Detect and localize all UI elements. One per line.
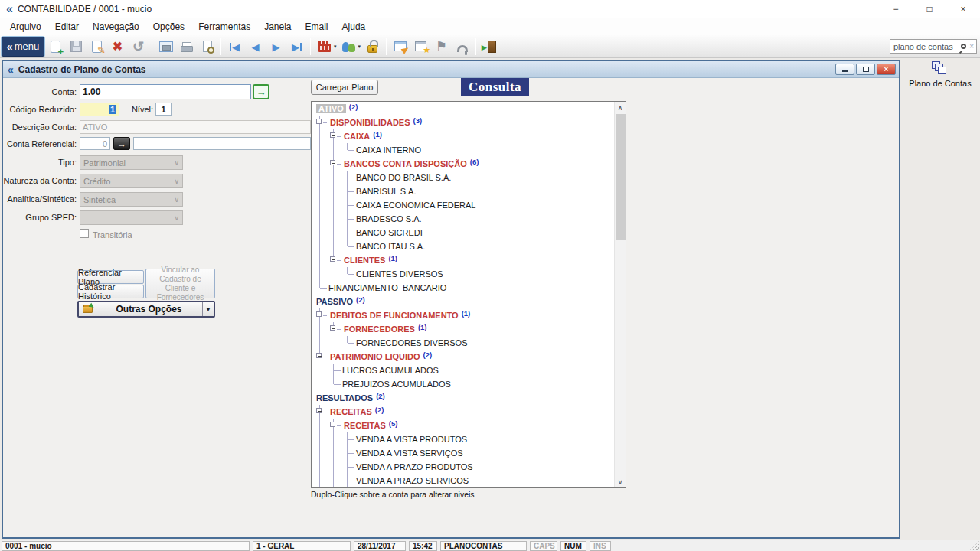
menu-arquivo[interactable]: Arquivo <box>3 20 48 34</box>
tree-node[interactable]: FORNECEDORES(1) <box>312 322 613 336</box>
tree-node[interactable]: PREJUIZOS ACUMULADOS <box>312 377 613 391</box>
conta-go-button[interactable]: → <box>253 84 270 99</box>
users-dropdown-caret[interactable]: ▾ <box>358 44 361 50</box>
minimize-icon[interactable]: − <box>879 0 913 18</box>
tree-expand-toggle[interactable] <box>316 408 322 413</box>
tree-expand-toggle[interactable] <box>316 353 322 358</box>
tree-expand-toggle[interactable] <box>330 325 335 331</box>
edit-icon[interactable] <box>87 37 106 57</box>
tree-expand-toggle[interactable] <box>330 132 335 138</box>
menu-email[interactable]: Email <box>299 20 335 34</box>
support-icon[interactable] <box>452 37 472 57</box>
tree-node[interactable]: RECEITAS(2) <box>312 405 613 419</box>
exit-icon[interactable] <box>480 37 499 57</box>
tree-expand-toggle[interactable] <box>316 119 322 124</box>
scroll-thumb[interactable] <box>616 114 626 240</box>
tree-node[interactable]: LUCROS ACUMULADOS <box>312 364 613 377</box>
tree-node[interactable]: ATIVO(2) <box>312 102 613 116</box>
grupo-sped-select[interactable]: ∨ <box>80 210 183 225</box>
new-record-icon[interactable] <box>46 37 65 57</box>
search-input[interactable]: plano de contas × <box>890 39 977 54</box>
users-icon[interactable] <box>339 37 358 57</box>
save-icon[interactable] <box>67 37 86 57</box>
search-icon[interactable] <box>961 44 966 49</box>
menu-navegação[interactable]: Navegação <box>86 20 146 34</box>
print-preview-icon[interactable] <box>198 37 217 57</box>
menu-button[interactable]: « menu <box>2 37 44 57</box>
print-icon[interactable] <box>177 37 196 57</box>
outras-opcoes-button[interactable]: Outras Opções ▼ <box>77 301 215 318</box>
tree-node[interactable]: CAIXA(1) <box>312 129 613 143</box>
descricao-conta-field[interactable]: ATIVO <box>80 120 311 134</box>
undo-icon[interactable] <box>129 37 148 57</box>
menu-editar[interactable]: Editar <box>48 20 86 34</box>
conta-referencial-go-button[interactable]: → <box>113 137 130 150</box>
tree-node[interactable]: CAIXA INTERNO <box>312 143 613 157</box>
child-restore-button[interactable] <box>856 64 875 75</box>
conta-referencial-field[interactable]: 0 <box>80 137 110 150</box>
tree-node[interactable]: VENDA A VISTA PRODUTOS <box>312 432 613 446</box>
tree-node[interactable]: BRADESCO S.A. <box>312 212 613 226</box>
first-record-icon[interactable] <box>225 37 244 57</box>
tree-node[interactable]: RECEITAS(5) <box>312 419 613 432</box>
clear-search-icon[interactable]: × <box>969 42 974 51</box>
lock-icon[interactable] <box>363 37 382 57</box>
tree-node[interactable]: RESULTADOS(2) <box>312 391 613 405</box>
tree-node[interactable]: VENDA A PRAZO PRODUTOS <box>312 460 613 474</box>
transitoria-checkbox[interactable] <box>80 229 89 238</box>
carregar-plano-button[interactable]: Carregar Plano <box>311 80 378 95</box>
companies-dropdown-caret[interactable]: ▾ <box>334 44 337 50</box>
delete-icon[interactable] <box>108 37 127 57</box>
menu-ferramentas[interactable]: Ferramentas <box>191 20 257 34</box>
tree-expand-toggle[interactable] <box>330 256 335 262</box>
resize-grip[interactable] <box>970 541 979 550</box>
tree-scrollbar[interactable]: ∧ ∨ <box>614 102 626 487</box>
tree-node[interactable]: FORNECDORES DIVERSOS <box>312 336 613 350</box>
natureza-select[interactable]: Crédito∨ <box>80 174 183 188</box>
dropdown-caret-icon[interactable]: ▼ <box>202 302 214 316</box>
child-close-button[interactable]: × <box>877 64 896 75</box>
tree-node[interactable]: DEBITOS DE FUNCIONAMENTO(1) <box>312 308 613 322</box>
calendar-star-icon[interactable] <box>411 37 430 57</box>
tree-node[interactable]: PATRIMONIO LIQUIDO(2) <box>312 350 613 364</box>
tree-node[interactable]: CLIENTES(1) <box>312 253 613 267</box>
menu-ajuda[interactable]: Ajuda <box>335 20 373 34</box>
companies-icon[interactable] <box>315 37 334 57</box>
conta-referencial-desc-field[interactable] <box>133 137 311 150</box>
tree-node[interactable]: PASSIVO(2) <box>312 295 613 308</box>
child-titlebar[interactable]: « Cadastro de Plano de Contas × <box>3 61 899 78</box>
flag-icon[interactable] <box>432 37 451 57</box>
tree-node[interactable]: BANCO DO BRASIL S.A. <box>312 171 613 184</box>
print-setup-icon[interactable] <box>156 37 175 57</box>
child-minimize-button[interactable] <box>835 64 854 75</box>
tree-node[interactable]: FINANCIAMENTO BANCARIO <box>312 281 613 295</box>
last-record-icon[interactable] <box>287 37 306 57</box>
prev-record-icon[interactable] <box>246 37 265 57</box>
tree-node[interactable]: CLIENTES DIVERSOS <box>312 267 613 281</box>
tree-expand-toggle[interactable] <box>330 422 335 427</box>
scroll-up-icon[interactable]: ∧ <box>615 102 626 113</box>
tree-node[interactable]: BANCO ITAU S.A. <box>312 240 613 253</box>
window-shortcut-icon[interactable] <box>390 37 410 57</box>
maximize-icon[interactable]: □ <box>913 0 946 18</box>
tree-expand-toggle[interactable] <box>330 160 335 165</box>
tipo-select[interactable]: Patrimonial∨ <box>80 155 183 170</box>
cadastrar-historico-button[interactable]: Cadastrar Histórico <box>77 285 144 298</box>
tree-node[interactable]: CAIXA ECONOMICA FEDERAL <box>312 198 613 212</box>
close-icon[interactable]: × <box>946 0 980 18</box>
tree-node[interactable]: VENDA A PRAZO SERVICOS <box>312 474 613 487</box>
tree-node[interactable]: BANCOS CONTA DISPOSIÇÃO(6) <box>312 157 613 171</box>
tree-node[interactable]: DISPONIBILIDADES(3) <box>312 116 613 129</box>
analitica-select[interactable]: Sintetica∨ <box>80 192 183 207</box>
shortcut-plano-de-contas[interactable]: Plano de Contas <box>903 61 977 88</box>
conta-field[interactable]: 1.00 <box>80 84 251 99</box>
menu-opções[interactable]: Opções <box>146 20 191 34</box>
nivel-field[interactable]: 1 <box>155 103 172 116</box>
scroll-down-icon[interactable]: ∨ <box>615 476 626 487</box>
tree-node[interactable]: BANRISUL S.A. <box>312 184 613 198</box>
menu-janela[interactable]: Janela <box>257 20 298 34</box>
next-record-icon[interactable] <box>266 37 286 57</box>
tree-node[interactable]: VENDA A VISTA SERVIÇOS <box>312 446 613 460</box>
vincular-cadastro-button[interactable]: Vincular ao Cadastro de Cliente e Fornec… <box>145 269 215 298</box>
tree-node[interactable]: BANCO SICREDI <box>312 226 613 240</box>
